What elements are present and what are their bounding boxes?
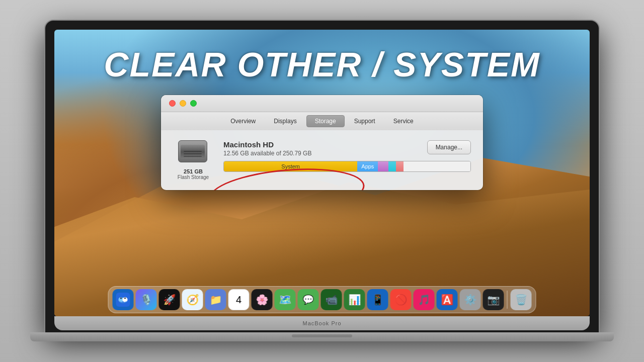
drive-lines: [184, 151, 202, 158]
dock-icon-appstore[interactable]: 🅰️: [437, 289, 458, 310]
dock-icon-noapp[interactable]: 🚫: [390, 289, 412, 310]
dock-icon-siri[interactable]: 🎙️: [136, 289, 157, 310]
dock-icon-phone[interactable]: 📱: [367, 289, 388, 310]
drive-size: 251 GB: [178, 168, 209, 174]
macbook-base: [30, 332, 614, 341]
bar-segment-system: System: [224, 161, 357, 171]
bottom-bar: MacBook Pro: [54, 316, 590, 330]
dock-divider: [507, 291, 508, 309]
dock-icon-messages[interactable]: 💬: [298, 289, 319, 310]
dock-icon-photos[interactable]: 🌸: [252, 289, 273, 310]
drive-line-3: [184, 156, 202, 157]
window-titlebar: [161, 95, 483, 112]
drive-label: 251 GB Flash Storage: [178, 168, 209, 180]
video-title: CLEAR OTHER / SYSTEM: [54, 45, 590, 84]
drive-platter: [181, 145, 205, 159]
dock-icon-safari[interactable]: 🧭: [182, 289, 203, 310]
screen-bezel: CLEAR OTHER / SYSTEM Overview Displays S…: [45, 21, 599, 332]
svg-point-3: [120, 298, 122, 299]
window-content: 251 GB Flash Storage Macintosh HD 12.56 …: [161, 130, 483, 190]
disk-name: Macintosh HD: [223, 140, 419, 149]
dock: 🎙️ 🚀 🧭 📁 4: [108, 286, 536, 313]
screen: CLEAR OTHER / SYSTEM Overview Displays S…: [54, 30, 590, 316]
minimize-button[interactable]: [180, 100, 186, 107]
dock-icon-preferences[interactable]: ⚙️: [460, 289, 481, 310]
bar-segment-docs: [378, 161, 388, 171]
svg-point-4: [124, 298, 126, 299]
dock-icon-files[interactable]: 📁: [205, 289, 226, 310]
storage-info: Macintosh HD 12.56 GB available of 250.7…: [223, 140, 471, 172]
dock-icon-facetime[interactable]: 📹: [321, 289, 342, 310]
tab-overview[interactable]: Overview: [222, 115, 264, 127]
dock-container: 🎙️ 🚀 🧭 📁 4: [108, 286, 536, 313]
drive-type: Flash Storage: [178, 174, 209, 180]
dock-icon-calendar[interactable]: 4: [228, 289, 250, 310]
macbook-label: MacBook Pro: [302, 320, 341, 326]
manage-button[interactable]: Manage...: [427, 140, 471, 154]
maximize-button[interactable]: [190, 100, 197, 107]
dock-icon-maps[interactable]: 🗺️: [275, 289, 296, 310]
bar-segment-apps: Apps: [357, 161, 378, 171]
dock-icon-finder[interactable]: [113, 289, 134, 310]
disk-space: 12.56 GB available of 250.79 GB: [223, 150, 419, 157]
tab-storage[interactable]: Storage: [306, 115, 345, 127]
tab-support[interactable]: Support: [346, 115, 384, 127]
storage-bar: System Apps: [223, 161, 471, 172]
tab-service[interactable]: Service: [385, 115, 422, 127]
window-header-row: Macintosh HD 12.56 GB available of 250.7…: [223, 140, 471, 161]
drive-line-1: [184, 151, 202, 152]
close-button[interactable]: [169, 100, 176, 107]
bar-segment-other2: [396, 161, 404, 171]
drive-line-2: [184, 153, 202, 154]
drive-section: 251 GB Flash Storage: [173, 140, 213, 180]
system-info-window: Overview Displays Storage Support Servic…: [161, 95, 483, 190]
bar-segment-other1: [388, 161, 396, 171]
dock-icon-camera[interactable]: 📷: [483, 289, 504, 310]
tab-displays[interactable]: Displays: [265, 115, 305, 127]
dock-icon-launchpad[interactable]: 🚀: [159, 289, 180, 310]
bar-segment-empty: [404, 161, 470, 171]
dock-icon-music[interactable]: 🎵: [414, 289, 435, 310]
drive-icon: [178, 140, 208, 165]
dock-icon-trash[interactable]: 🗑️: [511, 289, 532, 310]
drive-body: [178, 140, 207, 162]
macbook-outer: CLEAR OTHER / SYSTEM Overview Displays S…: [0, 0, 644, 362]
tab-bar: Overview Displays Storage Support Servic…: [161, 112, 483, 130]
dock-icon-numbers[interactable]: 📊: [344, 289, 365, 310]
